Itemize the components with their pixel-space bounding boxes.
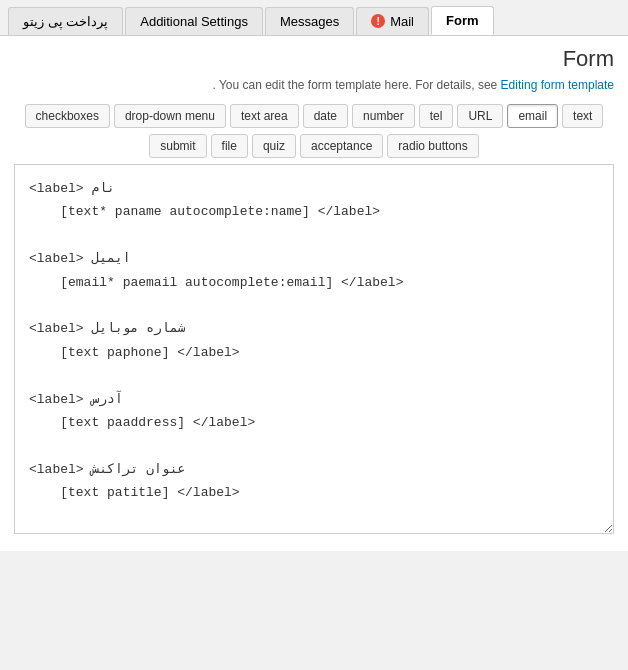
tab-form[interactable]: Form: [431, 6, 494, 35]
tab-additional-settings[interactable]: Additional Settings: [125, 7, 263, 35]
tab-messages[interactable]: Messages: [265, 7, 354, 35]
mail-alert-icon: !: [371, 14, 385, 28]
btn-drop-down-menu[interactable]: drop-down menu: [114, 104, 226, 128]
info-text-main: You can edit the form template here. For…: [219, 78, 501, 92]
tag-buttons-row1: checkboxes drop-down menu text area date…: [14, 104, 614, 128]
btn-acceptance[interactable]: acceptance: [300, 134, 383, 158]
btn-text-area[interactable]: text area: [230, 104, 299, 128]
tab-mail[interactable]: ! Mail: [356, 7, 429, 35]
form-editor-textarea[interactable]: [14, 164, 614, 534]
btn-submit[interactable]: submit: [149, 134, 206, 158]
form-content: Form . You can edit the form template he…: [0, 36, 628, 551]
btn-radio-buttons[interactable]: radio buttons: [387, 134, 478, 158]
btn-checkboxes[interactable]: checkboxes: [25, 104, 110, 128]
tag-buttons-row2: submit file quiz acceptance radio button…: [14, 134, 614, 158]
btn-url[interactable]: URL: [457, 104, 503, 128]
info-bar: . You can edit the form template here. F…: [14, 78, 614, 92]
btn-tel[interactable]: tel: [419, 104, 454, 128]
info-text: .: [212, 78, 215, 92]
tab-bar: پرداخت پی زیتو Additional Settings Messa…: [0, 0, 628, 36]
btn-text[interactable]: text: [562, 104, 603, 128]
editing-form-template-link[interactable]: Editing form template: [501, 78, 614, 92]
btn-number[interactable]: number: [352, 104, 415, 128]
btn-date[interactable]: date: [303, 104, 348, 128]
tab-zitopay[interactable]: پرداخت پی زیتو: [8, 7, 123, 35]
btn-email[interactable]: email: [507, 104, 558, 128]
btn-quiz[interactable]: quiz: [252, 134, 296, 158]
page-title: Form: [14, 46, 614, 72]
btn-file[interactable]: file: [211, 134, 248, 158]
